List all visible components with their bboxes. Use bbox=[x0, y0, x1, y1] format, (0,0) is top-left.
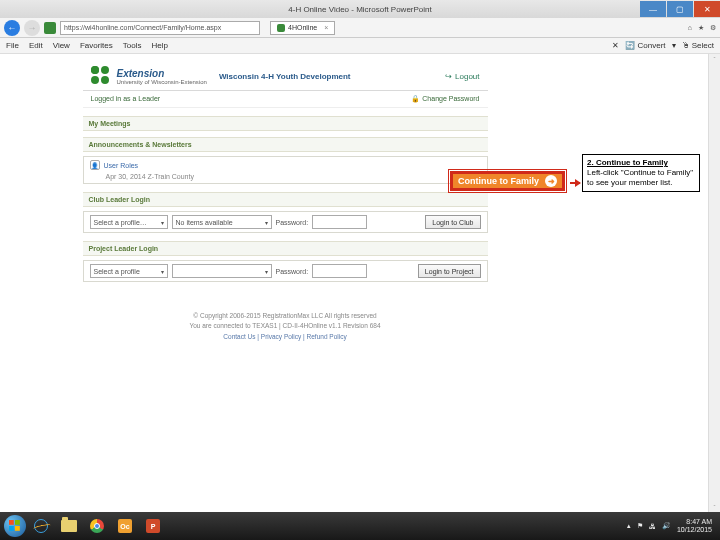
instruction-callout: 2. Continue to Family Left-click "Contin… bbox=[582, 154, 700, 192]
continue-to-family-button[interactable]: Continue to Family ➜ bbox=[450, 171, 565, 191]
window-title: 4-H Online Video - Microsoft PowerPoint bbox=[288, 5, 431, 14]
clover-icon bbox=[91, 66, 111, 86]
footer-copyright: © Copyright 2006-2015 RegistrationMax LL… bbox=[83, 312, 488, 319]
project-password-input[interactable] bbox=[312, 264, 367, 278]
site-header: Extension University of Wisconsin-Extens… bbox=[83, 62, 488, 91]
home-icon[interactable]: ⌂ bbox=[688, 24, 692, 31]
lock-icon bbox=[411, 95, 422, 102]
window-titlebar: 4-H Online Video - Microsoft PowerPoint … bbox=[0, 0, 720, 18]
user-roles-date: Apr 30, 2014 Z-Train County bbox=[106, 173, 194, 180]
menu-file[interactable]: File bbox=[6, 41, 19, 50]
footer-note: You are connected to TEXAS1 | CD-II-4HOn… bbox=[83, 322, 488, 329]
browser-toolbar: ← → https://wi4honline.com/Connect/Famil… bbox=[0, 18, 720, 38]
callout-arrow-icon bbox=[570, 179, 580, 187]
user-roles-icon: 👤 bbox=[90, 160, 100, 170]
taskbar-clock[interactable]: 8:47 AM 10/12/2015 bbox=[677, 518, 716, 533]
svg-rect-0 bbox=[9, 520, 14, 525]
close-bar-icon[interactable]: ✕ bbox=[612, 41, 619, 50]
tray-volume-icon[interactable]: 🔊 bbox=[662, 522, 671, 530]
tab-close-icon[interactable]: × bbox=[324, 24, 328, 31]
browser-tab[interactable]: 4HOnline × bbox=[270, 21, 335, 35]
continue-arrow-icon: ➜ bbox=[545, 175, 557, 187]
svg-rect-3 bbox=[15, 526, 20, 531]
tools-icon[interactable]: ⚙ bbox=[710, 24, 716, 32]
start-button[interactable] bbox=[4, 515, 26, 537]
vertical-scrollbar[interactable]: ˄ ˅ bbox=[708, 54, 720, 512]
logout-link[interactable]: ↪ Logout bbox=[445, 72, 479, 81]
callout-body: Left-click "Continue to Family" to see y… bbox=[587, 168, 695, 188]
windows-taskbar: Oc P ▴ ⚑ 🖧 🔊 8:47 AM 10/12/2015 bbox=[0, 512, 720, 540]
select-button[interactable]: 🖱 Select bbox=[682, 41, 714, 50]
project-login-panel: Select a profile▾ ▾ Password: Login to P… bbox=[83, 260, 488, 282]
tray-expand-icon[interactable]: ▴ bbox=[627, 522, 631, 530]
back-button[interactable]: ← bbox=[4, 20, 20, 36]
svg-rect-1 bbox=[15, 520, 20, 525]
window-close-button[interactable]: ✕ bbox=[694, 1, 720, 17]
scroll-up-icon[interactable]: ˄ bbox=[709, 54, 720, 64]
login-to-project-button[interactable]: Login to Project bbox=[418, 264, 481, 278]
browser-menu-bar: File Edit View Favorites Tools Help ✕ 🔄 … bbox=[0, 38, 720, 54]
menu-help[interactable]: Help bbox=[151, 41, 167, 50]
tray-flag-icon[interactable]: ⚑ bbox=[637, 522, 643, 530]
change-password-link[interactable]: Change Password bbox=[411, 95, 479, 103]
site-favicon bbox=[44, 22, 56, 34]
favorites-icon[interactable]: ★ bbox=[698, 24, 704, 32]
logged-in-status: Logged in as a Leader bbox=[91, 95, 161, 103]
address-bar[interactable]: https://wi4honline.com/Connect/Family/Ho… bbox=[60, 21, 260, 35]
taskbar-outlook-icon[interactable]: Oc bbox=[112, 515, 138, 537]
section-club-login: Club Leader Login bbox=[83, 192, 488, 207]
project-items-select[interactable]: ▾ bbox=[172, 264, 272, 278]
section-announcements: Announcements & Newsletters bbox=[83, 137, 488, 152]
windows-logo-icon bbox=[9, 520, 21, 532]
section-project-login: Project Leader Login bbox=[83, 241, 488, 256]
menu-edit[interactable]: Edit bbox=[29, 41, 43, 50]
site-title: Wisconsin 4-H Youth Development bbox=[219, 72, 351, 81]
club-password-input[interactable] bbox=[312, 215, 367, 229]
window-maximize-button[interactable]: ▢ bbox=[667, 1, 693, 17]
menu-tools[interactable]: Tools bbox=[123, 41, 142, 50]
system-tray: ▴ ⚑ 🖧 🔊 8:47 AM 10/12/2015 bbox=[627, 518, 716, 533]
page-content: Extension University of Wisconsin-Extens… bbox=[0, 54, 720, 512]
menu-favorites[interactable]: Favorites bbox=[80, 41, 113, 50]
user-roles-link[interactable]: User Roles bbox=[104, 162, 139, 169]
club-login-panel: Select a profile…▾ No items available▾ P… bbox=[83, 211, 488, 233]
convert-button[interactable]: 🔄 Convert bbox=[625, 41, 665, 50]
announcements-panel: 👤 User Roles Apr 30, 2014 Z-Train County bbox=[83, 156, 488, 184]
extension-logo-text: Extension bbox=[117, 68, 207, 79]
logout-icon: ↪ bbox=[445, 72, 452, 81]
scroll-down-icon[interactable]: ˅ bbox=[709, 502, 720, 512]
project-profile-select[interactable]: Select a profile▾ bbox=[90, 264, 168, 278]
tab-label: 4HOnline bbox=[288, 24, 317, 31]
menu-view[interactable]: View bbox=[53, 41, 70, 50]
tab-favicon bbox=[277, 24, 285, 32]
taskbar-chrome-icon[interactable] bbox=[84, 515, 110, 537]
callout-title: 2. Continue to Family bbox=[587, 158, 695, 168]
section-my-meetings: My Meetings bbox=[83, 116, 488, 131]
svg-rect-2 bbox=[9, 526, 14, 531]
club-password-label: Password: bbox=[276, 219, 309, 226]
footer-links[interactable]: Contact Us | Privacy Policy | Refund Pol… bbox=[83, 333, 488, 340]
taskbar-explorer-icon[interactable] bbox=[56, 515, 82, 537]
login-to-club-button[interactable]: Login to Club bbox=[425, 215, 480, 229]
tray-network-icon[interactable]: 🖧 bbox=[649, 523, 656, 530]
taskbar-ie-icon[interactable] bbox=[28, 515, 54, 537]
taskbar-powerpoint-icon[interactable]: P bbox=[140, 515, 166, 537]
club-profile-select[interactable]: Select a profile…▾ bbox=[90, 215, 168, 229]
browser-right-tools: ⌂ ★ ⚙ bbox=[688, 24, 716, 32]
window-controls: — ▢ ✕ bbox=[639, 1, 720, 17]
extension-logo-sub: University of Wisconsin-Extension bbox=[117, 79, 207, 85]
club-items-select[interactable]: No items available▾ bbox=[172, 215, 272, 229]
info-bar: Logged in as a Leader Change Password bbox=[83, 91, 488, 108]
footer: © Copyright 2006-2015 RegistrationMax LL… bbox=[83, 312, 488, 340]
forward-button[interactable]: → bbox=[24, 20, 40, 36]
window-minimize-button[interactable]: — bbox=[640, 1, 666, 17]
project-password-label: Password: bbox=[276, 268, 309, 275]
